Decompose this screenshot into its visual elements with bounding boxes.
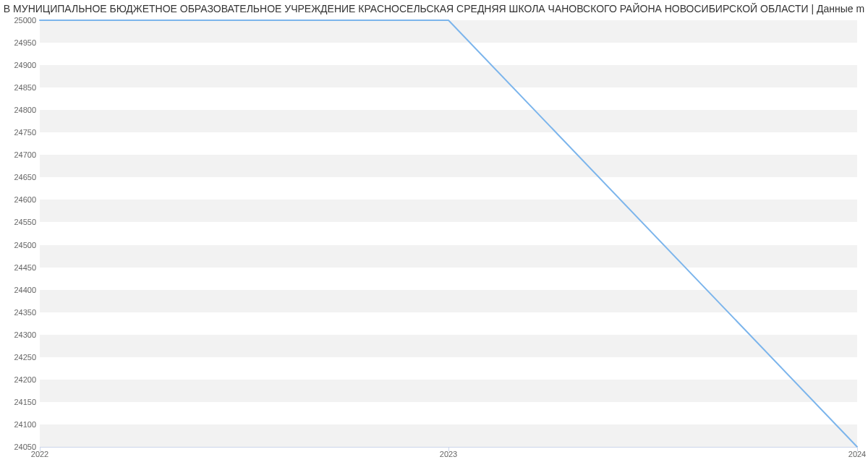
y-tick-label: 24950 [1,38,36,47]
y-tick-label: 24250 [1,353,36,362]
x-tick [857,447,858,451]
plot-area [40,20,857,447]
y-tick-label: 25000 [1,16,36,25]
y-tick-label: 24900 [1,61,36,69]
x-tick [448,447,449,451]
y-tick-label: 24800 [1,106,36,114]
y-tick-label: 24700 [1,150,36,159]
y-tick-label: 24850 [1,83,36,92]
y-tick-label: 24150 [1,398,36,406]
y-tick-label: 24350 [1,308,36,317]
line-layer [40,20,857,447]
y-tick-label: 24650 [1,173,36,181]
y-tick-label: 24100 [1,420,36,429]
y-tick-label: 24200 [1,375,36,384]
y-tick-label: 24500 [1,241,36,249]
y-tick-label: 24750 [1,128,36,137]
y-tick-label: 24300 [1,330,36,339]
y-tick-label: 24600 [1,195,36,204]
chart-title: В МУНИЦИПАЛЬНОЕ БЮДЖЕТНОЕ ОБРАЗОВАТЕЛЬНО… [0,3,868,14]
y-tick-label: 24450 [1,263,36,272]
chart-container: В МУНИЦИПАЛЬНОЕ БЮДЖЕТНОЕ ОБРАЗОВАТЕЛЬНО… [0,0,868,470]
y-tick-label: 24400 [1,286,36,294]
data-series-line [40,20,857,447]
y-tick-label: 24550 [1,218,36,226]
x-tick [40,447,41,451]
